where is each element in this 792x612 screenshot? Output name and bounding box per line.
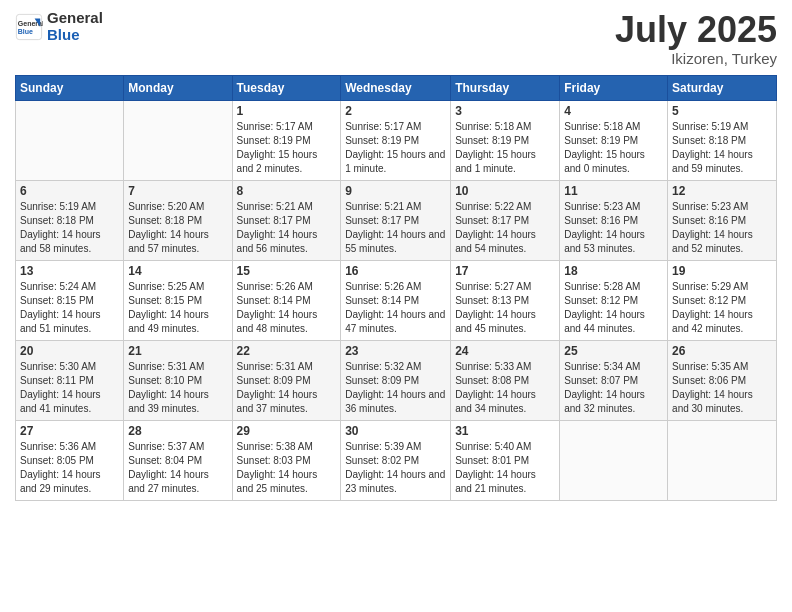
calendar-week-row: 27Sunrise: 5:36 AMSunset: 8:05 PMDayligh…	[16, 420, 777, 500]
day-info: Sunrise: 5:26 AMSunset: 8:14 PMDaylight:…	[345, 280, 446, 336]
day-info: Sunrise: 5:23 AMSunset: 8:16 PMDaylight:…	[672, 200, 772, 256]
day-info: Sunrise: 5:40 AMSunset: 8:01 PMDaylight:…	[455, 440, 555, 496]
table-row: 23Sunrise: 5:32 AMSunset: 8:09 PMDayligh…	[341, 340, 451, 420]
day-number: 2	[345, 104, 446, 118]
table-row: 10Sunrise: 5:22 AMSunset: 8:17 PMDayligh…	[451, 180, 560, 260]
day-info: Sunrise: 5:17 AMSunset: 8:19 PMDaylight:…	[345, 120, 446, 176]
day-number: 20	[20, 344, 119, 358]
main-title: July 2025	[615, 10, 777, 50]
day-info: Sunrise: 5:28 AMSunset: 8:12 PMDaylight:…	[564, 280, 663, 336]
logo-general-word: General	[47, 10, 103, 27]
svg-rect-0	[16, 14, 41, 39]
table-row: 30Sunrise: 5:39 AMSunset: 8:02 PMDayligh…	[341, 420, 451, 500]
table-row	[668, 420, 777, 500]
calendar-header-row: Sunday Monday Tuesday Wednesday Thursday…	[16, 75, 777, 100]
table-row: 8Sunrise: 5:21 AMSunset: 8:17 PMDaylight…	[232, 180, 341, 260]
day-info: Sunrise: 5:34 AMSunset: 8:07 PMDaylight:…	[564, 360, 663, 416]
day-info: Sunrise: 5:18 AMSunset: 8:19 PMDaylight:…	[455, 120, 555, 176]
table-row: 31Sunrise: 5:40 AMSunset: 8:01 PMDayligh…	[451, 420, 560, 500]
table-row	[560, 420, 668, 500]
day-number: 13	[20, 264, 119, 278]
day-info: Sunrise: 5:32 AMSunset: 8:09 PMDaylight:…	[345, 360, 446, 416]
table-row: 17Sunrise: 5:27 AMSunset: 8:13 PMDayligh…	[451, 260, 560, 340]
day-number: 8	[237, 184, 337, 198]
logo-blue-word: Blue	[47, 27, 103, 44]
day-number: 21	[128, 344, 227, 358]
day-info: Sunrise: 5:37 AMSunset: 8:04 PMDaylight:…	[128, 440, 227, 496]
table-row: 2Sunrise: 5:17 AMSunset: 8:19 PMDaylight…	[341, 100, 451, 180]
header-friday: Friday	[560, 75, 668, 100]
calendar-table: Sunday Monday Tuesday Wednesday Thursday…	[15, 75, 777, 501]
table-row: 22Sunrise: 5:31 AMSunset: 8:09 PMDayligh…	[232, 340, 341, 420]
table-row: 4Sunrise: 5:18 AMSunset: 8:19 PMDaylight…	[560, 100, 668, 180]
table-row: 12Sunrise: 5:23 AMSunset: 8:16 PMDayligh…	[668, 180, 777, 260]
page: General Blue GeneralBlue July 2025 Ikizo…	[0, 0, 792, 612]
header-thursday: Thursday	[451, 75, 560, 100]
day-number: 19	[672, 264, 772, 278]
day-info: Sunrise: 5:29 AMSunset: 8:12 PMDaylight:…	[672, 280, 772, 336]
header-monday: Monday	[124, 75, 232, 100]
day-info: Sunrise: 5:25 AMSunset: 8:15 PMDaylight:…	[128, 280, 227, 336]
day-info: Sunrise: 5:24 AMSunset: 8:15 PMDaylight:…	[20, 280, 119, 336]
day-number: 23	[345, 344, 446, 358]
day-number: 24	[455, 344, 555, 358]
day-info: Sunrise: 5:23 AMSunset: 8:16 PMDaylight:…	[564, 200, 663, 256]
header-sunday: Sunday	[16, 75, 124, 100]
table-row: 1Sunrise: 5:17 AMSunset: 8:19 PMDaylight…	[232, 100, 341, 180]
day-number: 31	[455, 424, 555, 438]
table-row: 9Sunrise: 5:21 AMSunset: 8:17 PMDaylight…	[341, 180, 451, 260]
day-number: 12	[672, 184, 772, 198]
day-number: 7	[128, 184, 227, 198]
day-number: 1	[237, 104, 337, 118]
day-number: 26	[672, 344, 772, 358]
table-row: 28Sunrise: 5:37 AMSunset: 8:04 PMDayligh…	[124, 420, 232, 500]
day-number: 25	[564, 344, 663, 358]
table-row: 21Sunrise: 5:31 AMSunset: 8:10 PMDayligh…	[124, 340, 232, 420]
table-row: 20Sunrise: 5:30 AMSunset: 8:11 PMDayligh…	[16, 340, 124, 420]
title-block: July 2025 Ikizoren, Turkey	[615, 10, 777, 67]
logo: General Blue GeneralBlue	[15, 10, 103, 43]
day-number: 29	[237, 424, 337, 438]
table-row	[16, 100, 124, 180]
day-number: 6	[20, 184, 119, 198]
day-number: 4	[564, 104, 663, 118]
table-row: 25Sunrise: 5:34 AMSunset: 8:07 PMDayligh…	[560, 340, 668, 420]
table-row: 15Sunrise: 5:26 AMSunset: 8:14 PMDayligh…	[232, 260, 341, 340]
day-number: 9	[345, 184, 446, 198]
day-info: Sunrise: 5:35 AMSunset: 8:06 PMDaylight:…	[672, 360, 772, 416]
table-row: 11Sunrise: 5:23 AMSunset: 8:16 PMDayligh…	[560, 180, 668, 260]
table-row: 14Sunrise: 5:25 AMSunset: 8:15 PMDayligh…	[124, 260, 232, 340]
table-row: 7Sunrise: 5:20 AMSunset: 8:18 PMDaylight…	[124, 180, 232, 260]
day-info: Sunrise: 5:27 AMSunset: 8:13 PMDaylight:…	[455, 280, 555, 336]
day-info: Sunrise: 5:38 AMSunset: 8:03 PMDaylight:…	[237, 440, 337, 496]
table-row: 26Sunrise: 5:35 AMSunset: 8:06 PMDayligh…	[668, 340, 777, 420]
day-info: Sunrise: 5:31 AMSunset: 8:09 PMDaylight:…	[237, 360, 337, 416]
day-number: 27	[20, 424, 119, 438]
svg-text:Blue: Blue	[18, 28, 33, 35]
table-row: 6Sunrise: 5:19 AMSunset: 8:18 PMDaylight…	[16, 180, 124, 260]
table-row: 5Sunrise: 5:19 AMSunset: 8:18 PMDaylight…	[668, 100, 777, 180]
day-number: 15	[237, 264, 337, 278]
day-number: 28	[128, 424, 227, 438]
day-info: Sunrise: 5:19 AMSunset: 8:18 PMDaylight:…	[672, 120, 772, 176]
day-info: Sunrise: 5:22 AMSunset: 8:17 PMDaylight:…	[455, 200, 555, 256]
day-info: Sunrise: 5:39 AMSunset: 8:02 PMDaylight:…	[345, 440, 446, 496]
header-tuesday: Tuesday	[232, 75, 341, 100]
calendar-week-row: 13Sunrise: 5:24 AMSunset: 8:15 PMDayligh…	[16, 260, 777, 340]
day-number: 14	[128, 264, 227, 278]
table-row: 16Sunrise: 5:26 AMSunset: 8:14 PMDayligh…	[341, 260, 451, 340]
table-row: 19Sunrise: 5:29 AMSunset: 8:12 PMDayligh…	[668, 260, 777, 340]
day-number: 18	[564, 264, 663, 278]
table-row: 13Sunrise: 5:24 AMSunset: 8:15 PMDayligh…	[16, 260, 124, 340]
table-row	[124, 100, 232, 180]
day-number: 5	[672, 104, 772, 118]
day-number: 11	[564, 184, 663, 198]
day-number: 16	[345, 264, 446, 278]
day-info: Sunrise: 5:20 AMSunset: 8:18 PMDaylight:…	[128, 200, 227, 256]
day-number: 22	[237, 344, 337, 358]
day-info: Sunrise: 5:36 AMSunset: 8:05 PMDaylight:…	[20, 440, 119, 496]
day-info: Sunrise: 5:19 AMSunset: 8:18 PMDaylight:…	[20, 200, 119, 256]
day-info: Sunrise: 5:30 AMSunset: 8:11 PMDaylight:…	[20, 360, 119, 416]
day-info: Sunrise: 5:26 AMSunset: 8:14 PMDaylight:…	[237, 280, 337, 336]
day-number: 30	[345, 424, 446, 438]
